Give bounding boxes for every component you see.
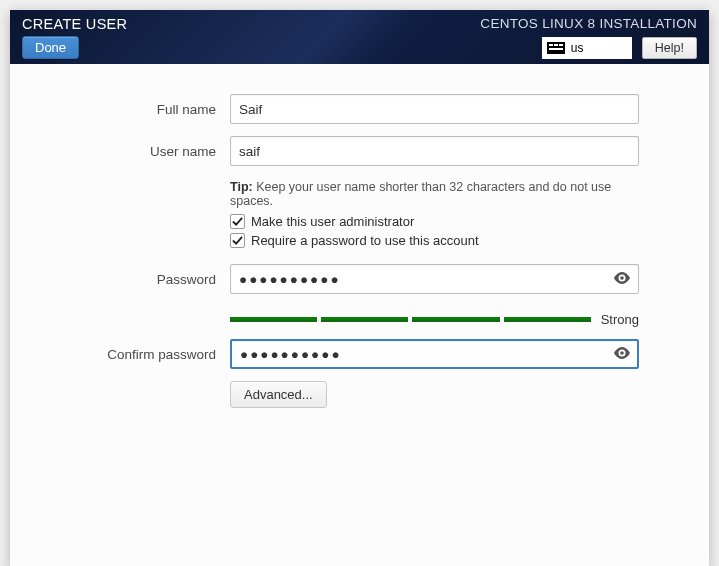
strength-segment	[504, 317, 591, 322]
check-icon	[232, 216, 243, 227]
create-user-screen: CREATE USER Done CENTOS LINUX 8 INSTALLA…	[10, 10, 709, 566]
strength-segment	[321, 317, 408, 322]
password-label: Password	[30, 272, 230, 287]
header-right: CENTOS LINUX 8 INSTALLATION us Help!	[480, 16, 697, 59]
admin-checkbox[interactable]	[230, 214, 245, 229]
require-password-checkbox-label: Require a password to use this account	[251, 233, 479, 248]
check-icon	[232, 235, 243, 246]
password-input[interactable]	[230, 264, 639, 294]
svg-point-1	[620, 351, 624, 355]
advanced-button[interactable]: Advanced...	[230, 381, 327, 408]
user-name-input[interactable]	[230, 136, 639, 166]
admin-checkbox-label: Make this user administrator	[251, 214, 414, 229]
installer-title: CENTOS LINUX 8 INSTALLATION	[480, 16, 697, 31]
user-name-label: User name	[30, 144, 230, 159]
tip-label: Tip:	[230, 180, 253, 194]
require-password-checkbox[interactable]	[230, 233, 245, 248]
keyboard-layout-text: us	[571, 41, 584, 55]
reveal-password-icon[interactable]	[613, 270, 631, 288]
keyboard-indicator[interactable]: us	[542, 37, 632, 59]
confirm-password-input[interactable]	[230, 339, 639, 369]
form-area: Full name User name Tip: Keep your user …	[10, 64, 709, 420]
full-name-input[interactable]	[230, 94, 639, 124]
tip-text: Keep your user name shorter than 32 char…	[230, 180, 611, 208]
svg-point-0	[620, 276, 624, 280]
help-button[interactable]: Help!	[642, 37, 697, 59]
strength-segment	[230, 317, 317, 322]
confirm-password-label: Confirm password	[30, 347, 230, 362]
keyboard-icon	[547, 42, 565, 54]
username-tip: Tip: Keep your user name shorter than 32…	[230, 180, 639, 208]
password-strength-meter: Strong	[230, 312, 639, 327]
done-button[interactable]: Done	[22, 36, 79, 59]
reveal-confirm-password-icon[interactable]	[613, 345, 631, 363]
password-strength-label: Strong	[595, 312, 639, 327]
header-bar: CREATE USER Done CENTOS LINUX 8 INSTALLA…	[10, 10, 709, 64]
strength-segment	[412, 317, 499, 322]
full-name-label: Full name	[30, 102, 230, 117]
